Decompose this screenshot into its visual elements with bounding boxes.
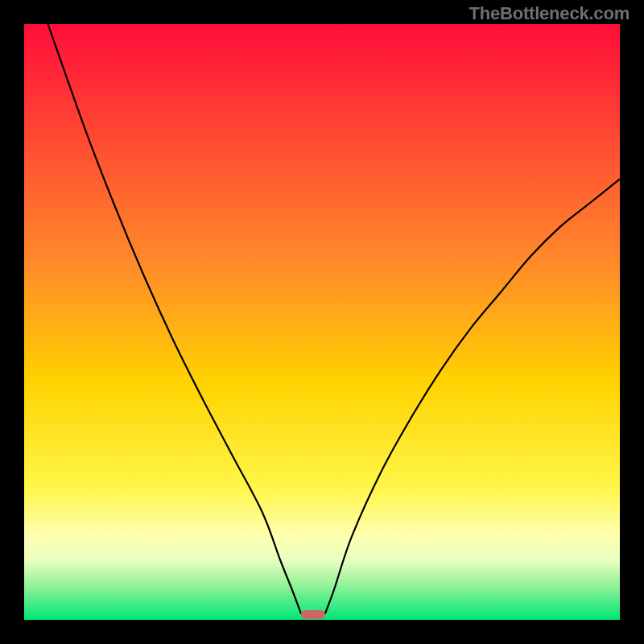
plot-background [24, 24, 620, 620]
bottleneck-chart [0, 0, 644, 644]
watermark-label: TheBottleneck.com [469, 3, 630, 24]
chart-container: TheBottleneck.com [0, 0, 644, 644]
bottom-marker [301, 610, 325, 619]
